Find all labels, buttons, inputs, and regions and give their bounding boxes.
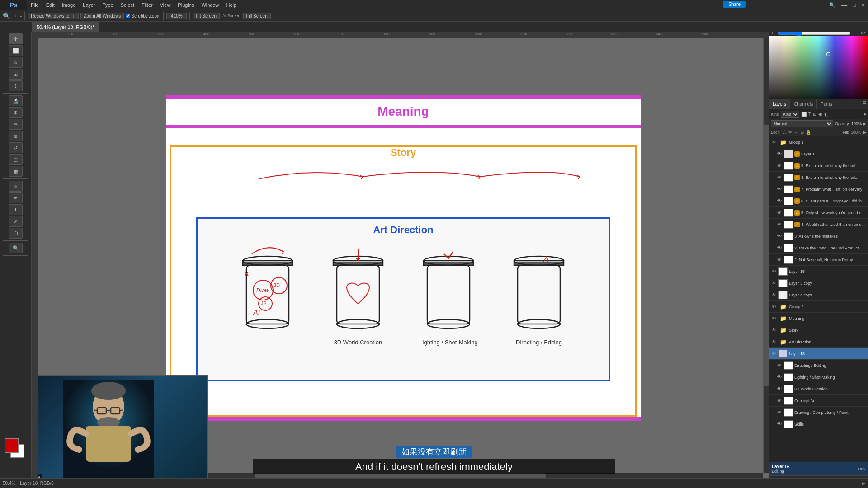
scrubby-zoom-input[interactable] [126,14,130,18]
filter-icon-3[interactable]: ⊞ [813,112,816,117]
filter-toggle[interactable]: ● [863,112,866,117]
layer-item[interactable]: 👁 Layer 3 copy [769,277,868,289]
layer-item[interactable]: 👁 2. Make the Conc...the End Product [769,242,868,254]
scrubby-zoom-checkbox[interactable]: Scrubby Zoom [126,14,160,19]
layer-item[interactable]: 👁 Layer 15 [769,266,868,277]
color-spectrum[interactable] [769,36,868,99]
layer-item[interactable]: 👁 Directing / Editing [769,360,868,371]
zoom-plus-icon[interactable]: + [14,14,17,19]
layer-item[interactable]: 👁 2. Not Baseball, Homerun Derby [769,254,868,266]
brush-tool[interactable]: ✏ [9,119,23,130]
layers-tab-layers[interactable]: Layers [769,99,790,109]
layer-item[interactable]: 👁 3. All owns the mistakes [769,230,868,242]
layer-visibility-toggle[interactable]: 👁 [776,210,783,216]
eyedropper-tool[interactable]: 🔬 [9,95,23,106]
move-tool[interactable]: ✛ [9,33,23,44]
menu-file[interactable]: File [27,0,42,10]
lasso-tool[interactable]: ⌾ [9,57,23,68]
lock-transparent-icon[interactable]: ⬡ [783,130,787,135]
menu-edit[interactable]: Edit [42,0,58,10]
menu-type[interactable]: Type [99,0,117,10]
scrollbar-vertical[interactable] [763,38,769,473]
layer-item[interactable]: 👁 📁 Story [769,324,868,336]
layer-item[interactable]: 👁 ⚠ 5. Only show work you're proud of... [769,207,868,219]
layer-visibility-toggle[interactable]: 👁 [771,351,777,357]
layers-tab-channels[interactable]: Channels [790,99,817,109]
layer-visibility-toggle[interactable]: 👁 [776,362,783,369]
canvas[interactable]: Meaning Story Art Direction [166,95,641,421]
blend-mode-select[interactable]: Normal Multiply Screen Overlay [771,120,833,127]
layer-item[interactable]: 👁 📁 Art Direction [769,336,868,348]
layers-tab-paths[interactable]: Paths [817,99,836,109]
lock-image-icon[interactable]: ✏ [788,130,792,135]
layer-visibility-toggle[interactable]: 👁 [776,163,783,169]
marquee-tool[interactable]: ⬜ [9,45,23,56]
layer-visibility-toggle[interactable]: 👁 [776,186,783,192]
layer-item[interactable]: 👁 Lighting / Shot-Making [769,371,868,383]
layer-item[interactable]: 👁 📁 Group 2 [769,301,868,313]
layer-visibility-toggle[interactable]: 👁 [771,280,777,286]
layer-visibility-toggle[interactable]: 👁 [776,198,783,204]
layer-visibility-toggle[interactable]: 👁 [776,245,783,251]
dodge-tool[interactable]: ○ [9,181,23,192]
foreground-color-swatch[interactable] [5,438,19,453]
menu-select[interactable]: Select [117,0,138,10]
layer-visibility-toggle[interactable]: 👁 [776,233,783,239]
filter-icon-4[interactable]: ◉ [818,112,822,117]
zoom-tool-panel[interactable]: 🔍 [9,243,23,253]
layer-visibility-toggle[interactable]: 👁 [771,292,777,298]
fill-screen-btn[interactable]: Fill Screen [243,13,271,19]
type-tool[interactable]: T [9,204,23,215]
gradient-tool[interactable]: ▦ [9,166,23,177]
path-select-tool[interactable]: ↗ [9,216,23,227]
layers-list[interactable]: 👁 📁 Group 1 👁 ⚠ Layer 17 👁 ⚠ 9. Explain … [769,136,868,462]
layer-item[interactable]: 👁 Concept Art [769,395,868,407]
lock-artboard-icon[interactable]: ⊕ [800,130,804,135]
lock-position-icon[interactable]: ↔ [794,130,798,135]
object-select-tool[interactable]: ⊡ [9,69,23,80]
clone-stamp-tool[interactable]: ⊛ [9,131,23,141]
menu-help[interactable]: Help [223,0,241,10]
layer-visibility-toggle[interactable]: 👁 [776,398,783,404]
layer-item[interactable]: 👁 ⚠ 7. Proclaim what ...sh" on delivery [769,183,868,195]
opacity-arrow[interactable]: ▶ [863,122,866,126]
layer-item[interactable]: 👁 📁 Group 1 [769,136,868,148]
layers-panel-menu-icon[interactable]: ≡ [861,99,868,109]
layer-visibility-toggle[interactable]: 👁 [771,268,777,275]
layer-item[interactable]: 👁 3D World Creation [769,383,868,395]
minimize-button[interactable]: — [838,1,850,9]
history-brush-tool[interactable]: ↺ [9,142,23,153]
eraser-tool[interactable]: ◻ [9,154,23,165]
menu-filter[interactable]: Filter [138,0,156,10]
menu-image[interactable]: Image [58,0,80,10]
filter-icon-2[interactable]: T [808,112,811,117]
file-tab-item[interactable]: 50.4% (Layer 18, RGB/8)* [32,22,99,32]
layer-visibility-toggle[interactable]: 👁 [776,174,783,181]
layer-item[interactable]: 👁 ⚠ 8. Explain to artist why the fail... [769,172,868,183]
close-button[interactable]: ✕ [859,2,868,8]
menu-window[interactable]: Window [198,0,222,10]
filter-icon-5[interactable]: ◧ [824,112,828,117]
fill-arrow[interactable]: ▶ [863,130,866,135]
layer-item[interactable]: 👁 ⚠ 4. Would rather ...ed than on time..… [769,219,868,230]
layer-visibility-toggle[interactable]: 👁 [776,257,783,263]
layer-item[interactable]: 👁 ⚠ 6. Client gets a ...00ght you did th… [769,195,868,207]
layer-visibility-toggle[interactable]: 👁 [771,315,777,322]
layer-visibility-toggle[interactable]: 👁 [771,327,777,333]
b-slider[interactable] [778,31,851,35]
resize-windows-btn[interactable]: Resize Windows to Fit [28,13,79,19]
layer-item[interactable]: 👁 Skills [769,418,868,430]
zoom-all-windows-btn[interactable]: Zoom All Windows [80,13,124,19]
shape-tool[interactable]: ⬡ [9,228,23,239]
layer-visibility-toggle[interactable]: 👁 [771,139,777,145]
maximize-button[interactable]: □ [850,2,859,8]
pen-tool[interactable]: ✒ [9,192,23,203]
layer-visibility-toggle[interactable]: 👁 [776,386,783,392]
search-icon[interactable]: 🔍 [826,2,838,8]
kind-select[interactable]: Kind [781,111,799,118]
layer-item-active[interactable]: 👁 Layer 18 [769,348,868,360]
layer-visibility-toggle[interactable]: 👁 [776,421,783,427]
layer-item[interactable]: 👁 Drawing / Comp...tomy / Paint [769,407,868,418]
share-button[interactable]: Share [723,1,746,8]
layer-item[interactable]: 👁 Layer 4 copy [769,289,868,301]
